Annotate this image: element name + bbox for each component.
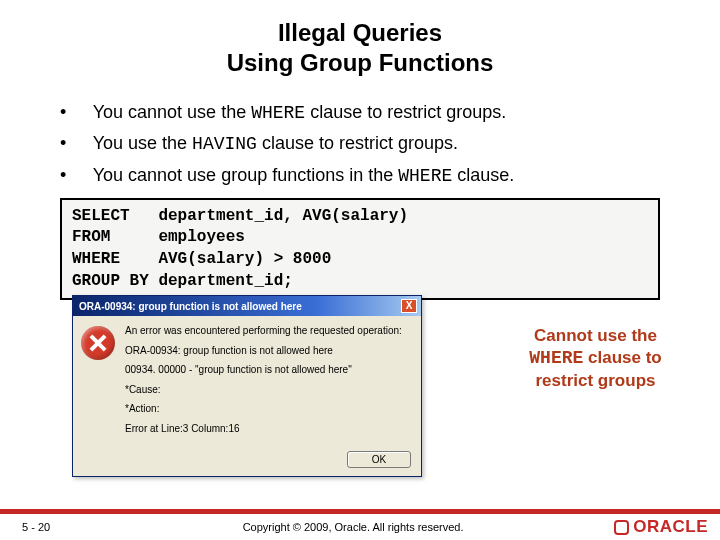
copyright-text: Copyright © 2009, Oracle. All rights res… <box>92 521 614 533</box>
page-title: Illegal Queries Using Group Functions <box>0 0 720 78</box>
bullet-3: You cannot use group functions in the WH… <box>60 163 660 188</box>
dialog-line-3: 00934. 00000 - "group function is not al… <box>125 363 402 377</box>
dialog-line-2: ORA-00934: group function is not allowed… <box>125 344 402 358</box>
dialog-body: An error was encountered performing the … <box>73 316 421 449</box>
ok-button[interactable]: OK <box>347 451 411 468</box>
footer: 5 - 20 Copyright © 2009, Oracle. All rig… <box>0 514 720 540</box>
bullet-3-keyword: WHERE <box>398 166 452 186</box>
title-line-1: Illegal Queries <box>278 19 442 46</box>
title-line-2: Using Group Functions <box>227 49 494 76</box>
page-number: 5 - 20 <box>22 521 92 533</box>
dialog-button-row: OK <box>73 449 421 476</box>
callout-note: Cannot use the WHERE clause to restrict … <box>503 325 688 393</box>
bullet-2-text-a: You use the <box>93 133 192 153</box>
oracle-logo-text: ORACLE <box>633 517 708 537</box>
dialog-cause: *Cause: <box>125 383 402 397</box>
error-dialog: ORA-00934: group function is not allowed… <box>72 295 422 477</box>
callout-line-a: Cannot use the <box>534 326 657 345</box>
error-icon <box>81 326 115 360</box>
dialog-action: *Action: <box>125 402 402 416</box>
dialog-vendor: Error at Line:3 Column:16 <box>125 422 402 436</box>
dialog-text: An error was encountered performing the … <box>125 324 402 441</box>
oracle-logo: ORACLE <box>614 517 708 537</box>
bullet-3-text-b: clause. <box>452 165 514 185</box>
bullet-1-text-b: clause to restrict groups. <box>305 102 506 122</box>
callout-line-c: restrict groups <box>536 371 656 390</box>
dialog-line-1: An error was encountered performing the … <box>125 324 402 338</box>
bullet-1: You cannot use the WHERE clause to restr… <box>60 100 660 125</box>
bullet-2: You use the HAVING clause to restrict gr… <box>60 131 660 156</box>
callout-line-b: clause to <box>583 348 661 367</box>
slide: Illegal Queries Using Group Functions Yo… <box>0 0 720 540</box>
bullet-2-text-b: clause to restrict groups. <box>257 133 458 153</box>
callout-keyword: WHERE <box>529 348 583 368</box>
oracle-logo-icon <box>614 520 629 535</box>
bullet-2-keyword: HAVING <box>192 134 257 154</box>
bullet-1-keyword: WHERE <box>251 103 305 123</box>
bullet-1-text-a: You cannot use the <box>93 102 251 122</box>
bullet-list: You cannot use the WHERE clause to restr… <box>60 100 660 188</box>
sql-code-block: SELECT department_id, AVG(salary) FROM e… <box>60 198 660 300</box>
bullet-3-text-a: You cannot use group functions in the <box>93 165 399 185</box>
dialog-title-text: ORA-00934: group function is not allowed… <box>79 301 302 312</box>
dialog-title-bar: ORA-00934: group function is not allowed… <box>73 296 421 316</box>
close-icon[interactable]: X <box>401 299 417 313</box>
